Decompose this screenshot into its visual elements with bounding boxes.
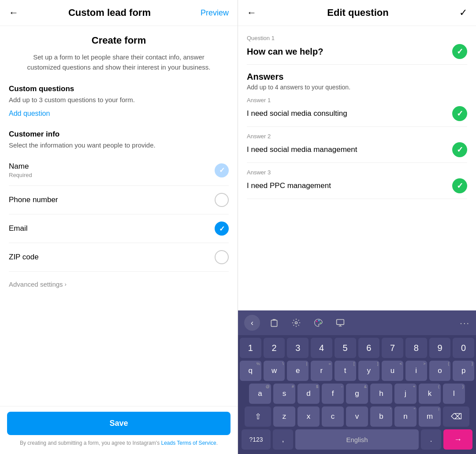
create-form-title: Create form bbox=[9, 35, 229, 46]
confirm-button[interactable]: ✓ bbox=[459, 7, 467, 18]
key-5[interactable]: 5 bbox=[335, 338, 356, 358]
right-header: ← Edit question ✓ bbox=[238, 0, 476, 26]
info-item-zip: ZIP code bbox=[9, 243, 229, 272]
key-1[interactable]: 1 bbox=[240, 338, 261, 358]
customer-info-title: Customer info bbox=[9, 130, 229, 139]
info-label-zip: ZIP code bbox=[9, 253, 39, 262]
svg-point-3 bbox=[316, 321, 317, 322]
backspace-key[interactable]: ⌫ bbox=[443, 406, 469, 427]
answers-title: Answers bbox=[247, 72, 467, 82]
info-label-name: Name bbox=[9, 162, 32, 171]
key-h[interactable]: h bbox=[370, 384, 392, 404]
key-t[interactable]: t[ bbox=[335, 361, 356, 381]
key-z[interactable]: z bbox=[273, 406, 295, 427]
key-a[interactable]: a@ bbox=[249, 384, 271, 404]
key-6[interactable]: 6 bbox=[358, 338, 380, 358]
key-k[interactable]: k( bbox=[419, 384, 441, 404]
answer-2-text: I need social media management bbox=[247, 145, 357, 154]
advanced-settings-link[interactable]: Advanced settings › bbox=[9, 281, 229, 288]
left-header: ← Custom lead form Preview bbox=[0, 0, 238, 26]
key-i[interactable]: i> bbox=[405, 361, 427, 381]
key-o[interactable]: o{ bbox=[429, 361, 451, 381]
svg-rect-6 bbox=[337, 320, 344, 325]
key-3[interactable]: 3 bbox=[287, 338, 309, 358]
space-key[interactable]: English bbox=[295, 429, 419, 450]
kb-bottom-row: ?123 , English . → bbox=[240, 429, 474, 450]
key-b[interactable]: b' bbox=[370, 406, 392, 427]
left-panel: ← Custom lead form Preview Create form S… bbox=[0, 0, 238, 454]
key-n[interactable]: n" bbox=[394, 406, 416, 427]
key-0[interactable]: 0 bbox=[453, 338, 474, 358]
leads-terms-link[interactable]: Leads Terms of Service bbox=[161, 440, 216, 446]
right-back-button[interactable]: ← bbox=[247, 7, 257, 18]
question-row: How can we help? bbox=[247, 44, 467, 65]
answer-2-check-icon bbox=[452, 142, 467, 157]
answer-1-text: I need social media consulting bbox=[247, 109, 347, 118]
preview-button[interactable]: Preview bbox=[201, 8, 229, 18]
key-v[interactable]: v bbox=[346, 406, 368, 427]
answer-1-row: I need social media consulting bbox=[247, 106, 467, 127]
kb-number-row: 1 2 3 4 5 6 7 8 9 0 bbox=[240, 338, 474, 358]
keyboard: ‹ ··· 1 2 3 4 5 6 7 bbox=[238, 310, 476, 454]
key-7[interactable]: 7 bbox=[382, 338, 403, 358]
question-label: Question 1 bbox=[247, 35, 467, 41]
keyboard-toolbar: ‹ ··· bbox=[238, 310, 476, 335]
svg-point-2 bbox=[295, 322, 298, 324]
key-8[interactable]: 8 bbox=[405, 338, 427, 358]
key-4[interactable]: 4 bbox=[311, 338, 332, 358]
keyboard-back-button[interactable]: ‹ bbox=[244, 315, 260, 331]
enter-key[interactable]: → bbox=[443, 429, 472, 450]
clipboard-button[interactable] bbox=[266, 315, 282, 331]
answer-3-row: I need PPC management bbox=[247, 178, 467, 199]
key-d[interactable]: d$ bbox=[298, 384, 320, 404]
save-button[interactable]: Save bbox=[7, 412, 231, 435]
create-form-description: Set up a form to let people share their … bbox=[9, 52, 229, 72]
more-options-icon[interactable]: ··· bbox=[460, 318, 470, 328]
key-x[interactable]: x bbox=[298, 406, 320, 427]
question-text: How can we help? bbox=[247, 47, 323, 57]
custom-questions-desc: Add up to 3 custom questions to your for… bbox=[9, 96, 229, 103]
info-item-phone: Phone number bbox=[9, 186, 229, 214]
key-9[interactable]: 9 bbox=[429, 338, 451, 358]
key-m[interactable]: m! bbox=[419, 406, 441, 427]
customer-info-desc: Select the information you want people t… bbox=[9, 141, 229, 149]
key-f[interactable]: f- bbox=[322, 384, 344, 404]
right-title: Edit question bbox=[327, 7, 388, 18]
left-content: Create form Set up a form to let people … bbox=[0, 26, 238, 454]
answer-1-check-icon bbox=[452, 106, 467, 121]
key-p[interactable]: p} bbox=[453, 361, 474, 381]
key-j[interactable]: j+ bbox=[394, 384, 416, 404]
shift-key[interactable]: ⇧ bbox=[245, 406, 271, 427]
key-l[interactable]: l) bbox=[443, 384, 465, 404]
add-question-link[interactable]: Add question bbox=[9, 110, 50, 118]
key-w[interactable]: w\ bbox=[264, 361, 285, 381]
period-key[interactable]: . bbox=[421, 429, 441, 450]
toggle-email[interactable] bbox=[215, 221, 229, 236]
keyboard-keys: 1 2 3 4 5 6 7 8 9 0 q% w\ e| r= t[ y] u<… bbox=[238, 335, 476, 454]
custom-questions-title: Custom questions bbox=[9, 85, 229, 93]
info-label-phone: Phone number bbox=[9, 196, 58, 204]
key-e[interactable]: e| bbox=[287, 361, 309, 381]
key-y[interactable]: y] bbox=[358, 361, 380, 381]
answer-2-label: Answer 2 bbox=[247, 133, 467, 140]
key-2[interactable]: 2 bbox=[264, 338, 285, 358]
key-q[interactable]: q% bbox=[240, 361, 261, 381]
left-back-button[interactable]: ← bbox=[9, 7, 19, 18]
svg-rect-1 bbox=[271, 320, 277, 326]
answers-desc: Add up to 4 answers to your question. bbox=[247, 84, 467, 91]
key-u[interactable]: u< bbox=[382, 361, 403, 381]
num-toggle-key[interactable]: ?123 bbox=[242, 429, 271, 450]
screen-button[interactable] bbox=[332, 315, 348, 331]
toggle-name[interactable] bbox=[215, 163, 229, 177]
palette-button[interactable] bbox=[310, 315, 326, 331]
toggle-phone[interactable] bbox=[215, 193, 229, 207]
key-r[interactable]: r= bbox=[311, 361, 332, 381]
key-g[interactable]: g& bbox=[346, 384, 368, 404]
kb-row-al: a@ s# d$ f- g& h j+ k( l) bbox=[240, 384, 474, 404]
key-c[interactable]: c bbox=[322, 406, 344, 427]
toggle-zip[interactable] bbox=[215, 250, 229, 264]
comma-key[interactable]: , bbox=[273, 429, 293, 450]
footer-text: By creating and submitting a form, you a… bbox=[7, 439, 231, 447]
settings-button[interactable] bbox=[288, 315, 304, 331]
key-s[interactable]: s# bbox=[273, 384, 295, 404]
